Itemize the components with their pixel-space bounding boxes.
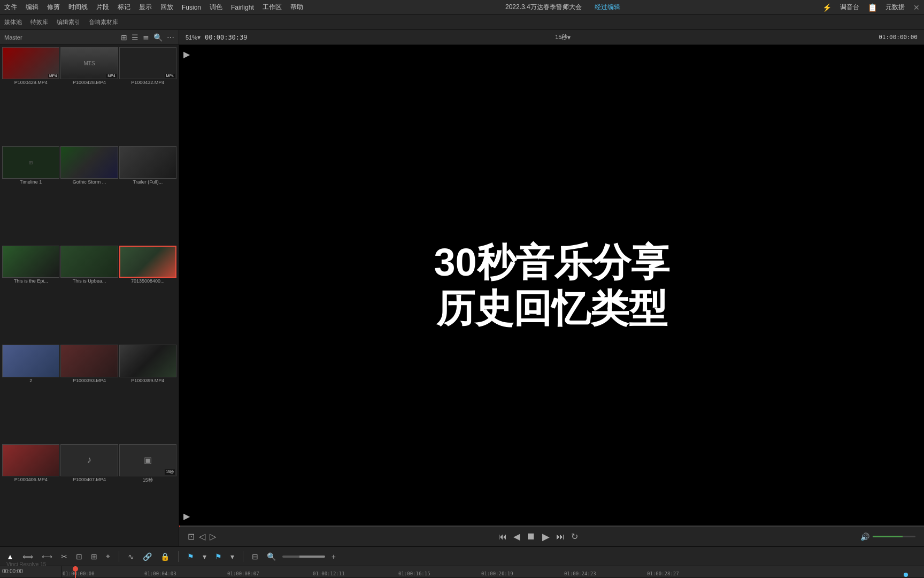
list-item[interactable]: P1000399.MP4 [119, 345, 176, 443]
stop-btn[interactable]: ⏹ [526, 531, 536, 542]
metadata-label[interactable]: 元数据 [886, 3, 905, 12]
play-btn[interactable]: ▶ [542, 531, 550, 543]
media-label: This is Upbea... [60, 278, 118, 284]
list-item[interactable]: MP4 P1000432.MP4 [119, 47, 176, 145]
zoom-in-icon[interactable]: + [329, 551, 338, 562]
menu-item-mark[interactable]: 标记 [118, 3, 130, 12]
media-label: 15秒 [119, 476, 176, 484]
list-item[interactable]: MTS MP4 P1000428.MP4 [60, 47, 118, 145]
grid-view-icon[interactable]: ⊞ [121, 33, 127, 42]
menu-item-fusion[interactable]: Fusion [182, 4, 201, 11]
volume-slider[interactable] [873, 536, 915, 537]
transform-tool[interactable]: ⌖ [104, 551, 112, 562]
toolbar-separator [119, 551, 119, 562]
trim-tool[interactable]: ⟺ [20, 551, 35, 562]
metadata-view-icon[interactable]: ≣ [143, 33, 149, 42]
prev-frame-btn[interactable]: ◀ [513, 531, 520, 542]
skip-end-btn[interactable]: ⏭ [556, 532, 565, 542]
prev-marker-icon[interactable]: ◁ [199, 531, 205, 542]
close-icon[interactable]: ✕ [913, 3, 920, 12]
media-label: 2 [2, 377, 59, 384]
list-item[interactable]: P1000406.MP4 [2, 444, 59, 544]
list-item[interactable]: P1000393.MP4 [60, 345, 118, 443]
ruler-mark-1: 01:00:04:03 [144, 571, 176, 576]
timeline-area: ▲ ⟺ ⟷ ✂ ⊡ ⊞ ⌖ ∿ 🔗 🔒 ⚑ ▾ ⚑ ▾ ⊟ 🔍 + 00:00:… [0, 546, 924, 578]
zoom-dropdown-icon[interactable]: ▾ [197, 34, 201, 41]
volume-icon[interactable]: 🔊 [860, 533, 869, 541]
menu-item-workspace[interactable]: 工作区 [263, 3, 282, 12]
sub-item-audio[interactable]: 音响素材库 [89, 18, 118, 26]
menu-bar: 文件 编辑 修剪 时间线 片段 标记 显示 回放 Fusion 调色 Fairl… [0, 0, 924, 15]
ruler-mark-3: 01:00:12:11 [313, 571, 345, 576]
playhead[interactable] [75, 566, 76, 578]
duration-dropdown-icon[interactable]: ▾ [567, 34, 571, 41]
fit-clip-tool[interactable]: ⊡ [74, 551, 84, 562]
zoom-level[interactable]: 51% [186, 34, 197, 41]
preview-controls: ⊡ ◁ ▷ ⏮ ◀ ⏹ ▶ ⏭ ↻ 🔊 [179, 527, 924, 546]
loop-btn[interactable]: ↻ [571, 531, 578, 542]
flag-blue[interactable]: ⚑ [185, 551, 196, 562]
list-item[interactable]: ⊞ Timeline 1 [2, 146, 59, 244]
menu-item-color[interactable]: 调色 [210, 3, 222, 12]
timeline-zoom-slider[interactable] [282, 556, 325, 558]
ruler-mark-2: 01:00:08:07 [227, 571, 259, 576]
timeline-ruler[interactable]: 01:00:00:00 01:00:04:03 01:00:08:07 01:0… [61, 566, 924, 578]
flag-green-dropdown[interactable]: ▾ [228, 551, 236, 562]
media-label: P1000428.MP4 [60, 79, 118, 86]
preview-line1: 30秒音乐分享 [434, 239, 669, 285]
preview-play-top[interactable]: ▶ [183, 49, 190, 59]
skip-start-btn[interactable]: ⏮ [498, 532, 507, 542]
sub-item-effects[interactable]: 特效库 [30, 18, 48, 26]
frame-view-icon[interactable]: ⊡ [188, 531, 195, 542]
selector-tool[interactable]: ▲ [4, 551, 16, 562]
audio-monitor-icon[interactable]: ⊟ [250, 551, 260, 562]
sub-item-editindex[interactable]: 编辑索引 [57, 18, 80, 26]
media-label: P1000432.MP4 [119, 79, 176, 86]
sub-item-mediapool[interactable]: 媒体池 [4, 18, 22, 26]
list-item[interactable]: ♪ P1000407.MP4 [60, 444, 118, 544]
search-icon[interactable]: 🔍 [153, 33, 163, 42]
list-item[interactable]: ▣ 15秒 15秒 [119, 444, 176, 544]
preview-topbar: 51% ▾ 00:00:30:39 15秒 ▾ 01:00:00:00 [179, 30, 924, 45]
flag-green[interactable]: ⚑ [213, 551, 224, 562]
ruler-mark-4: 01:00:16:15 [398, 571, 430, 576]
ruler-mark-7: 01:00:28:27 [647, 571, 679, 576]
timeline-tracks: 01:00:00:00 01:00:04:03 01:00:08:07 01:0… [61, 566, 924, 578]
media-label: P1000399.MP4 [119, 377, 176, 384]
timeline-toolbar: ▲ ⟺ ⟷ ✂ ⊡ ⊞ ⌖ ∿ 🔗 🔒 ⚑ ▾ ⚑ ▾ ⊟ 🔍 + [0, 547, 924, 566]
list-view-icon[interactable]: ☰ [132, 33, 138, 42]
project-status: 经过编辑 [595, 3, 620, 12]
smooth-tool[interactable]: ∿ [126, 551, 136, 562]
blade-tool[interactable]: ✂ [59, 551, 70, 562]
menu-item-edit[interactable]: 编辑 [26, 3, 38, 12]
menu-item-playback[interactable]: 回放 [160, 3, 173, 12]
menu-item-timeline[interactable]: 时间线 [68, 3, 88, 12]
menu-item-file[interactable]: 文件 [4, 3, 17, 12]
menu-item-view[interactable]: 显示 [139, 3, 152, 12]
dynamic-trim-tool[interactable]: ⟷ [40, 551, 55, 562]
menu-item-clip[interactable]: 片段 [96, 3, 109, 12]
preview-canvas: ▶ 30秒音乐分享 历史回忆类型 ▶ [179, 45, 924, 526]
next-marker-icon[interactable]: ▷ [210, 531, 216, 542]
lock-tool[interactable]: 🔒 [158, 551, 172, 562]
link-tool[interactable]: 🔗 [141, 551, 154, 562]
crop-tool[interactable]: ⊞ [89, 551, 99, 562]
preview-timebar[interactable] [179, 526, 924, 527]
flag-dropdown[interactable]: ▾ [201, 551, 209, 562]
media-label: P1000406.MP4 [2, 476, 59, 483]
list-item[interactable]: Gothic Storm ... [60, 146, 118, 244]
menu-item-fairlight[interactable]: Fairlight [231, 4, 254, 11]
zoom-out-icon[interactable]: 🔍 [265, 551, 278, 562]
media-grid: MP4 P1000429.MP4 MTS MP4 P1000428.MP4 MP… [0, 45, 179, 546]
options-icon[interactable]: ⋯ [167, 33, 174, 42]
list-item[interactable]: MP4 P1000429.MP4 [2, 47, 59, 145]
list-item[interactable]: This is the Epi... [2, 246, 59, 344]
menu-item-trim[interactable]: 修剪 [47, 3, 60, 12]
list-item[interactable]: Trailer (Full)... [119, 146, 176, 244]
preview-play-bottom[interactable]: ▶ [183, 511, 190, 521]
list-item[interactable]: 70135008400... [119, 246, 176, 344]
list-item[interactable]: This is Upbea... [60, 246, 118, 344]
list-item[interactable]: 2 [2, 345, 59, 443]
mixer-label[interactable]: 调音台 [840, 3, 859, 12]
menu-item-help[interactable]: 帮助 [290, 3, 303, 12]
